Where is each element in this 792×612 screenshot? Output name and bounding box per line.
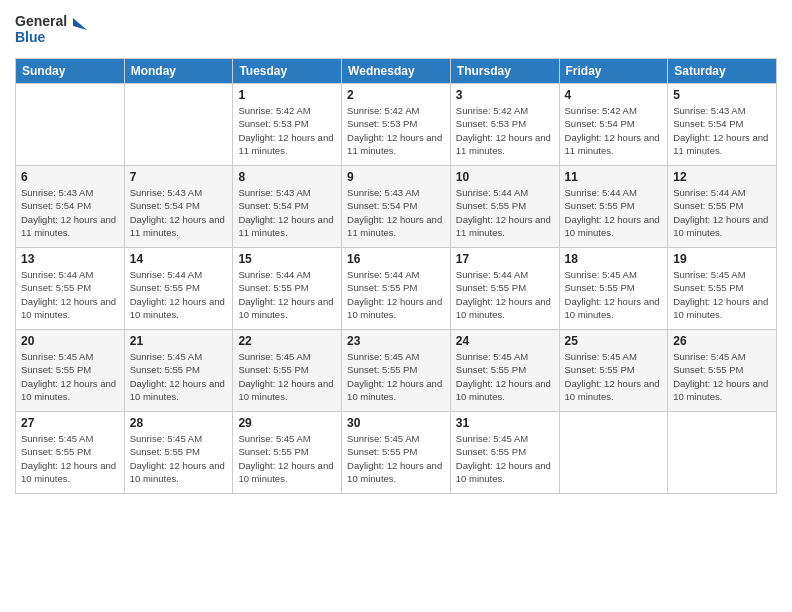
day-info: Sunrise: 5:45 AM Sunset: 5:55 PM Dayligh… [565,268,663,321]
day-number: 2 [347,88,445,102]
day-number: 8 [238,170,336,184]
day-info: Sunrise: 5:43 AM Sunset: 5:54 PM Dayligh… [673,104,771,157]
day-number: 1 [238,88,336,102]
day-info: Sunrise: 5:44 AM Sunset: 5:55 PM Dayligh… [565,186,663,239]
day-number: 26 [673,334,771,348]
day-number: 3 [456,88,554,102]
logo: GeneralBlue [15,10,95,50]
day-number: 12 [673,170,771,184]
day-info: Sunrise: 5:45 AM Sunset: 5:55 PM Dayligh… [130,350,228,403]
day-info: Sunrise: 5:45 AM Sunset: 5:55 PM Dayligh… [347,350,445,403]
calendar-cell: 31Sunrise: 5:45 AM Sunset: 5:55 PM Dayli… [450,412,559,494]
calendar-cell: 27Sunrise: 5:45 AM Sunset: 5:55 PM Dayli… [16,412,125,494]
day-header-wednesday: Wednesday [342,59,451,84]
day-number: 29 [238,416,336,430]
calendar-week-row: 1Sunrise: 5:42 AM Sunset: 5:53 PM Daylig… [16,84,777,166]
day-info: Sunrise: 5:45 AM Sunset: 5:55 PM Dayligh… [21,350,119,403]
day-number: 4 [565,88,663,102]
svg-marker-2 [73,18,87,30]
calendar-header-row: SundayMondayTuesdayWednesdayThursdayFrid… [16,59,777,84]
calendar-cell: 19Sunrise: 5:45 AM Sunset: 5:55 PM Dayli… [668,248,777,330]
calendar-cell: 10Sunrise: 5:44 AM Sunset: 5:55 PM Dayli… [450,166,559,248]
day-number: 30 [347,416,445,430]
calendar-cell: 4Sunrise: 5:42 AM Sunset: 5:54 PM Daylig… [559,84,668,166]
calendar-cell: 26Sunrise: 5:45 AM Sunset: 5:55 PM Dayli… [668,330,777,412]
calendar-table: SundayMondayTuesdayWednesdayThursdayFrid… [15,58,777,494]
day-info: Sunrise: 5:44 AM Sunset: 5:55 PM Dayligh… [130,268,228,321]
page-container: GeneralBlue SundayMondayTuesdayWednesday… [0,0,792,612]
day-header-friday: Friday [559,59,668,84]
svg-text:Blue: Blue [15,29,46,45]
day-number: 31 [456,416,554,430]
day-info: Sunrise: 5:42 AM Sunset: 5:53 PM Dayligh… [347,104,445,157]
day-info: Sunrise: 5:45 AM Sunset: 5:55 PM Dayligh… [238,432,336,485]
day-info: Sunrise: 5:42 AM Sunset: 5:54 PM Dayligh… [565,104,663,157]
day-header-sunday: Sunday [16,59,125,84]
day-header-tuesday: Tuesday [233,59,342,84]
calendar-cell: 18Sunrise: 5:45 AM Sunset: 5:55 PM Dayli… [559,248,668,330]
day-number: 15 [238,252,336,266]
calendar-cell: 21Sunrise: 5:45 AM Sunset: 5:55 PM Dayli… [124,330,233,412]
day-number: 24 [456,334,554,348]
calendar-cell [559,412,668,494]
calendar-cell [124,84,233,166]
svg-text:General: General [15,13,67,29]
day-info: Sunrise: 5:45 AM Sunset: 5:55 PM Dayligh… [456,350,554,403]
calendar-cell: 2Sunrise: 5:42 AM Sunset: 5:53 PM Daylig… [342,84,451,166]
day-info: Sunrise: 5:45 AM Sunset: 5:55 PM Dayligh… [238,350,336,403]
calendar-cell: 9Sunrise: 5:43 AM Sunset: 5:54 PM Daylig… [342,166,451,248]
day-number: 17 [456,252,554,266]
day-info: Sunrise: 5:45 AM Sunset: 5:55 PM Dayligh… [565,350,663,403]
day-number: 14 [130,252,228,266]
day-info: Sunrise: 5:44 AM Sunset: 5:55 PM Dayligh… [238,268,336,321]
day-number: 21 [130,334,228,348]
day-info: Sunrise: 5:43 AM Sunset: 5:54 PM Dayligh… [21,186,119,239]
calendar-cell: 13Sunrise: 5:44 AM Sunset: 5:55 PM Dayli… [16,248,125,330]
calendar-cell: 7Sunrise: 5:43 AM Sunset: 5:54 PM Daylig… [124,166,233,248]
day-info: Sunrise: 5:44 AM Sunset: 5:55 PM Dayligh… [673,186,771,239]
day-number: 28 [130,416,228,430]
calendar-week-row: 27Sunrise: 5:45 AM Sunset: 5:55 PM Dayli… [16,412,777,494]
day-info: Sunrise: 5:42 AM Sunset: 5:53 PM Dayligh… [238,104,336,157]
calendar-cell: 24Sunrise: 5:45 AM Sunset: 5:55 PM Dayli… [450,330,559,412]
day-info: Sunrise: 5:42 AM Sunset: 5:53 PM Dayligh… [456,104,554,157]
day-info: Sunrise: 5:45 AM Sunset: 5:55 PM Dayligh… [130,432,228,485]
day-info: Sunrise: 5:45 AM Sunset: 5:55 PM Dayligh… [673,268,771,321]
logo-svg: GeneralBlue [15,10,95,50]
calendar-week-row: 6Sunrise: 5:43 AM Sunset: 5:54 PM Daylig… [16,166,777,248]
day-info: Sunrise: 5:45 AM Sunset: 5:55 PM Dayligh… [347,432,445,485]
day-info: Sunrise: 5:43 AM Sunset: 5:54 PM Dayligh… [347,186,445,239]
day-number: 10 [456,170,554,184]
day-header-thursday: Thursday [450,59,559,84]
day-number: 27 [21,416,119,430]
day-number: 9 [347,170,445,184]
day-info: Sunrise: 5:45 AM Sunset: 5:55 PM Dayligh… [456,432,554,485]
calendar-cell: 20Sunrise: 5:45 AM Sunset: 5:55 PM Dayli… [16,330,125,412]
day-number: 16 [347,252,445,266]
day-info: Sunrise: 5:44 AM Sunset: 5:55 PM Dayligh… [21,268,119,321]
calendar-cell: 22Sunrise: 5:45 AM Sunset: 5:55 PM Dayli… [233,330,342,412]
header: GeneralBlue [15,10,777,50]
day-number: 6 [21,170,119,184]
calendar-cell: 17Sunrise: 5:44 AM Sunset: 5:55 PM Dayli… [450,248,559,330]
calendar-cell: 25Sunrise: 5:45 AM Sunset: 5:55 PM Dayli… [559,330,668,412]
day-info: Sunrise: 5:45 AM Sunset: 5:55 PM Dayligh… [21,432,119,485]
day-number: 13 [21,252,119,266]
calendar-cell: 15Sunrise: 5:44 AM Sunset: 5:55 PM Dayli… [233,248,342,330]
day-info: Sunrise: 5:45 AM Sunset: 5:55 PM Dayligh… [673,350,771,403]
calendar-cell: 16Sunrise: 5:44 AM Sunset: 5:55 PM Dayli… [342,248,451,330]
calendar-cell: 6Sunrise: 5:43 AM Sunset: 5:54 PM Daylig… [16,166,125,248]
day-number: 18 [565,252,663,266]
calendar-week-row: 13Sunrise: 5:44 AM Sunset: 5:55 PM Dayli… [16,248,777,330]
calendar-cell: 23Sunrise: 5:45 AM Sunset: 5:55 PM Dayli… [342,330,451,412]
day-number: 7 [130,170,228,184]
calendar-cell: 14Sunrise: 5:44 AM Sunset: 5:55 PM Dayli… [124,248,233,330]
calendar-cell: 28Sunrise: 5:45 AM Sunset: 5:55 PM Dayli… [124,412,233,494]
calendar-cell [668,412,777,494]
calendar-cell: 8Sunrise: 5:43 AM Sunset: 5:54 PM Daylig… [233,166,342,248]
day-number: 22 [238,334,336,348]
calendar-cell: 5Sunrise: 5:43 AM Sunset: 5:54 PM Daylig… [668,84,777,166]
day-number: 11 [565,170,663,184]
day-info: Sunrise: 5:43 AM Sunset: 5:54 PM Dayligh… [130,186,228,239]
day-number: 20 [21,334,119,348]
